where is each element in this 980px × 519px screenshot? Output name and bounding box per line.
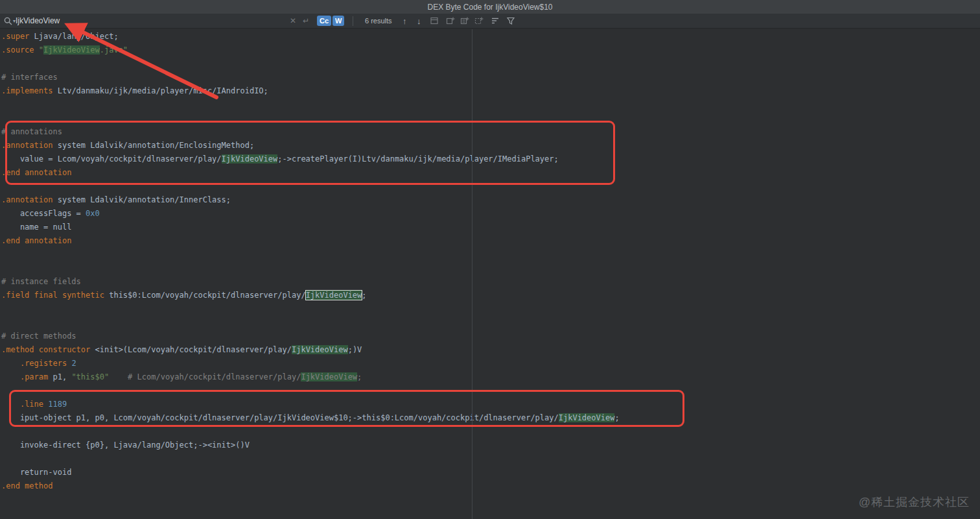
- code-segment: # Lcom/voyah/cockpit/dlnaserver/play/: [128, 372, 301, 381]
- code-segment: value = Lcom/voyah/cockpit/dlnaserver/pl…: [1, 154, 222, 163]
- code-segment: .registers: [20, 359, 67, 368]
- code-segment: this$0:Lcom/voyah/cockpit/dlnaserver/pla…: [104, 291, 306, 300]
- code-line: [1, 261, 980, 275]
- code-segment: "this$0": [71, 372, 109, 381]
- code-line: [1, 425, 980, 439]
- search-toolbar: ▾ IjkVideoView ✕ ↵ Cc W 6 results ↑ ↓: [0, 14, 980, 29]
- code-line: .method constructor <init>(Lcom/voyah/co…: [1, 343, 980, 357]
- code-line: # interfaces: [1, 71, 980, 84]
- code-segment: ;)V: [348, 345, 362, 354]
- code-segment: .java": [100, 45, 128, 54]
- code-segment: [109, 372, 128, 381]
- code-segment: [1, 372, 20, 381]
- code-segment: ;: [357, 372, 362, 381]
- code-line: .annotation system Ldalvik/annotation/In…: [1, 193, 980, 207]
- code-line: .field final synthetic this$0:Lcom/voyah…: [1, 289, 980, 302]
- match-case-toggle[interactable]: Cc: [317, 16, 331, 26]
- code-line: [1, 98, 980, 112]
- search-input[interactable]: IjkVideoView: [16, 14, 60, 28]
- code-segment: Ltv/danmaku/ijk/media/player/misc/IAndro…: [52, 86, 268, 95]
- code-segment: [34, 45, 39, 54]
- code-line: [1, 384, 980, 398]
- bytecode-editor[interactable]: .super Ljava/lang/Object;.source "IjkVid…: [0, 29, 980, 519]
- code-segment: .source: [1, 45, 34, 54]
- code-line: [1, 302, 980, 316]
- code-segment: .end method: [1, 481, 52, 490]
- code-line: .implements Ltv/danmaku/ijk/media/player…: [1, 84, 980, 98]
- code-segment: accessFlags =: [1, 209, 86, 218]
- code-segment: 2: [71, 359, 76, 368]
- code-segment: iput-object p1, p0, Lcom/voyah/cockpit/d…: [1, 413, 559, 422]
- code-segment: # interfaces: [1, 73, 58, 82]
- code-segment: .param: [20, 372, 48, 381]
- code-line: return-void: [1, 466, 980, 479]
- window-title-bar: DEX Byte Code for IjkVideoView$10: [0, 0, 980, 14]
- code-segment: Ljava/lang/Object;: [29, 32, 118, 41]
- words-toggle[interactable]: W: [332, 16, 344, 26]
- code-segment: .implements: [1, 86, 52, 95]
- code-segment: # annotations: [1, 127, 62, 136]
- add-selection-next-occurrence-icon[interactable]: [446, 14, 455, 28]
- code-line: invoke-direct {p0}, Ljava/lang/Object;->…: [1, 439, 980, 452]
- code-line: value = Lcom/voyah/cockpit/dlnaserver/pl…: [1, 152, 980, 166]
- code-segment: [1, 400, 20, 409]
- code-segment: ;->createPlayer(I)Ltv/danmaku/ijk/media/…: [277, 154, 558, 163]
- next-occurrence-button[interactable]: ↓: [417, 14, 421, 28]
- code-segment: [1, 359, 20, 368]
- code-line: # annotations: [1, 125, 980, 139]
- code-segment: invoke-direct {p0}, Ljava/lang/Object;->…: [1, 441, 250, 450]
- code-line: [1, 180, 980, 193]
- code-segment: <init>(Lcom/voyah/cockpit/dlnaserver/pla…: [90, 345, 292, 354]
- code-segment: return-void: [1, 468, 71, 477]
- code-line: .source "IjkVideoView.java": [1, 43, 980, 57]
- code-segment: .end annotation: [1, 236, 71, 245]
- code-line: [1, 248, 980, 261]
- code-segment: .annotation: [1, 195, 52, 204]
- code-line: .end annotation: [1, 166, 980, 180]
- code-line: name = null: [1, 221, 980, 234]
- search-results-count: 6 results: [365, 14, 392, 28]
- newline-icon[interactable]: ↵: [303, 14, 309, 28]
- code-segment: .end annotation: [1, 168, 71, 177]
- code-segment: ;: [362, 291, 366, 300]
- code-line: .super Ljava/lang/Object;: [1, 30, 980, 43]
- code-segment: # instance fields: [1, 277, 81, 286]
- close-search-icon[interactable]: ✕: [290, 14, 296, 28]
- code-line: [1, 112, 980, 125]
- search-options-icon[interactable]: [491, 14, 500, 28]
- code-segment: ;: [614, 413, 619, 422]
- code-segment: 0x0: [86, 209, 100, 218]
- search-match-highlight: IjkVideoView: [43, 45, 100, 54]
- code-segment: .method constructor: [1, 345, 90, 354]
- code-line: .line 1189: [1, 398, 980, 411]
- code-segment: p1,: [48, 372, 71, 381]
- code-segment: system Ldalvik/annotation/EnclosingMetho…: [52, 141, 254, 150]
- search-match-highlight: IjkVideoView: [301, 372, 357, 381]
- code-line: .end annotation: [1, 234, 980, 248]
- code-segment: .field final synthetic: [1, 291, 104, 300]
- code-line: .registers 2: [1, 357, 980, 370]
- open-in-find-window-icon[interactable]: [430, 14, 439, 28]
- code-line: [1, 57, 980, 71]
- search-match-current: IjkVideoView: [306, 291, 362, 300]
- filter-icon[interactable]: [506, 14, 515, 28]
- select-all-occurrences-icon[interactable]: [460, 14, 469, 28]
- code-line: accessFlags = 0x0: [1, 207, 980, 221]
- search-match-highlight: IjkVideoView: [292, 345, 348, 354]
- code-segment: .super: [1, 32, 29, 41]
- previous-occurrence-button[interactable]: ↑: [402, 14, 407, 28]
- window-title: DEX Byte Code for IjkVideoView$10: [427, 3, 552, 12]
- code-segment: name = null: [1, 223, 71, 232]
- code-segment: .annotation: [1, 141, 52, 150]
- code-line: iput-object p1, p0, Lcom/voyah/cockpit/d…: [1, 411, 980, 425]
- code-segment: system Ldalvik/annotation/InnerClass;: [52, 195, 231, 204]
- search-match-highlight: IjkVideoView: [559, 413, 615, 422]
- right-margin-guide: [472, 29, 472, 519]
- code-lines: .super Ljava/lang/Object;.source "IjkVid…: [0, 29, 980, 493]
- code-line: [1, 452, 980, 466]
- code-segment: .line: [20, 400, 43, 409]
- code-segment: 1189: [48, 400, 67, 409]
- toggle-in-selection-icon[interactable]: [474, 14, 484, 28]
- code-line: # direct methods: [1, 330, 980, 343]
- code-line: .param p1, "this$0" # Lcom/voyah/cockpit…: [1, 370, 980, 384]
